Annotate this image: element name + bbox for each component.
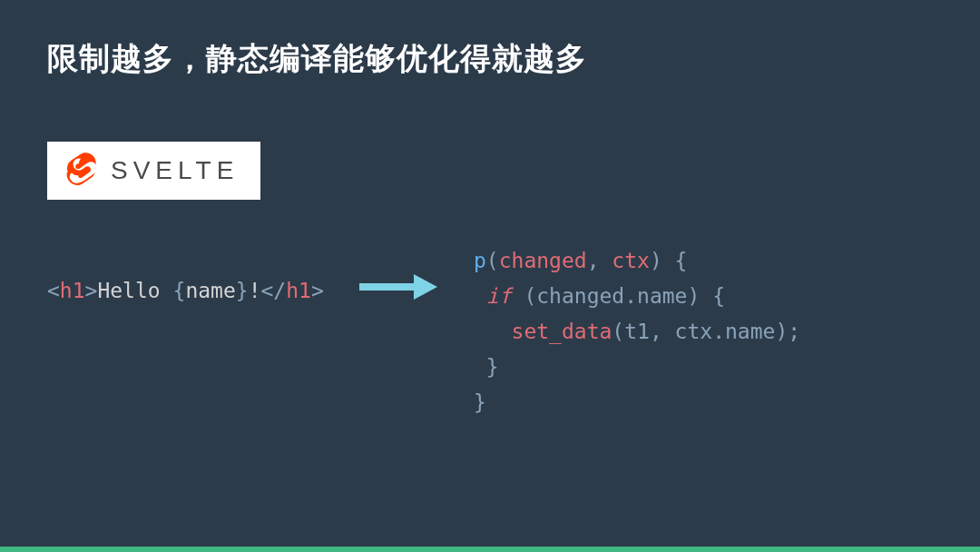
code-token: if <box>486 284 512 308</box>
code-token: , <box>587 249 612 272</box>
code-token: p <box>474 249 486 272</box>
code-line: p(changed, ctx) { <box>474 243 800 279</box>
code-token: { <box>662 249 688 272</box>
code-token: ( <box>512 284 537 308</box>
code-token: ) { <box>687 284 725 308</box>
code-token: , <box>650 320 675 343</box>
code-line: } <box>474 350 800 385</box>
code-indent <box>474 355 486 379</box>
code-token: . <box>624 284 637 308</box>
code-token: > <box>85 279 98 302</box>
code-token: name <box>637 284 687 308</box>
compiled-output-code: p(changed, ctx) { if (changed.name) { se… <box>474 243 800 420</box>
svelte-logo-text: SVELTE <box>111 156 239 185</box>
code-token: name <box>725 320 775 343</box>
code-token: ); <box>775 320 800 343</box>
code-token: ctx <box>612 249 650 272</box>
code-token: changed <box>499 249 587 272</box>
code-indent <box>474 320 512 343</box>
code-token: ctx <box>675 320 713 343</box>
code-token: set_data <box>512 320 612 343</box>
code-token: > <box>311 279 324 302</box>
code-token: } <box>486 355 499 379</box>
code-line: } <box>474 385 800 420</box>
code-token: < <box>47 279 60 302</box>
code-token: changed <box>536 284 624 308</box>
code-token: Hello <box>97 279 172 302</box>
code-token: } <box>474 390 486 414</box>
code-token: ! <box>249 279 261 302</box>
code-line: set_data(t1, ctx.name); <box>474 314 800 350</box>
code-token: h1 <box>286 279 311 302</box>
svelte-logo-box: SVELTE <box>47 142 260 200</box>
code-token: { <box>173 279 186 302</box>
accent-bar <box>0 547 980 552</box>
code-token: ( <box>612 320 624 343</box>
code-token: t1 <box>624 320 650 343</box>
code-token: h1 <box>60 279 85 302</box>
source-template-code: <h1>Hello {name}!</h1> <box>47 274 324 308</box>
code-token: ( <box>486 249 499 272</box>
svg-marker-1 <box>414 274 437 300</box>
svelte-logo-icon <box>64 153 100 189</box>
code-token: } <box>236 279 249 302</box>
arrow-icon <box>358 271 439 303</box>
code-line: if (changed.name) { <box>474 279 800 314</box>
slide-title: 限制越多，静态编译能够优化得就越多 <box>47 38 587 80</box>
code-token: </ <box>260 279 286 302</box>
code-indent <box>474 284 486 308</box>
code-token: . <box>712 320 725 343</box>
code-token: name <box>185 279 235 302</box>
code-token: ) <box>650 249 662 272</box>
